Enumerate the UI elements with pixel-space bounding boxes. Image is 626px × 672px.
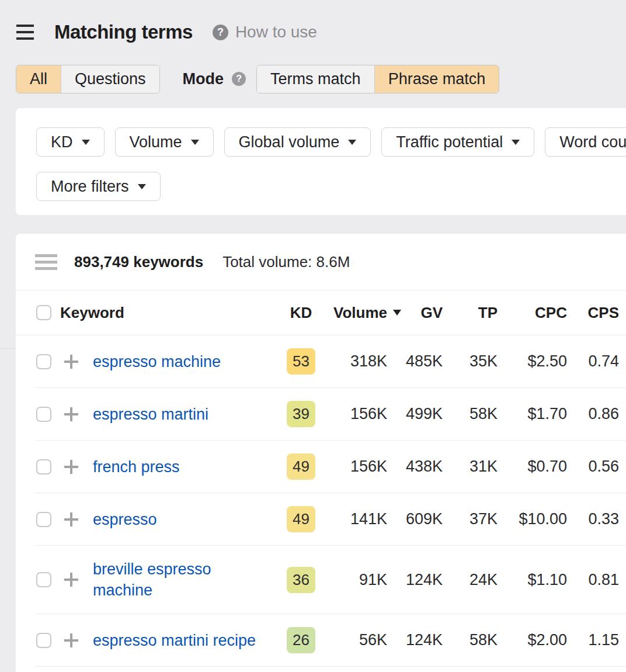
table-header-row: Keyword KD Volume GV TP CPC CPS — [16, 290, 626, 335]
results-summary: 893,749 keywords Total volume: 8.6M — [16, 234, 626, 290]
total-volume: Total volume: 8.6M — [222, 253, 350, 271]
keyword-link[interactable]: french press — [93, 458, 180, 476]
table-row: espresso machine 53 318K 485K 35K $2.50 … — [16, 335, 626, 387]
table-row: crema 61 48K 229K 4.7K $2.00 0.39 — [16, 667, 626, 672]
tab-phrase-match[interactable]: Phrase match — [374, 65, 499, 93]
row-checkbox[interactable] — [36, 407, 51, 422]
help-icon[interactable]: ? — [213, 25, 228, 40]
filter-button-kd[interactable]: KD — [36, 127, 105, 157]
cps-cell: 0.81 — [567, 571, 619, 589]
filter-button-global-volume-label: Global volume — [239, 133, 340, 151]
gv-cell: 124K — [387, 631, 443, 649]
filter-button-volume-label: Volume — [130, 133, 182, 151]
column-header-kd[interactable]: KD — [282, 304, 320, 322]
cps-cell: 0.56 — [567, 458, 619, 476]
column-header-keyword[interactable]: Keyword — [60, 304, 282, 322]
column-header-cps[interactable]: CPS — [567, 304, 619, 322]
gv-cell: 609K — [387, 510, 443, 528]
tp-cell: 35K — [443, 352, 498, 370]
add-keyword-icon[interactable] — [64, 355, 78, 369]
gv-cell: 485K — [387, 352, 443, 370]
keyword-link[interactable]: espresso — [93, 511, 157, 528]
filter-button-word-count-label: Word count — [559, 133, 626, 151]
cps-cell: 1.15 — [567, 631, 619, 649]
cpc-cell: $2.50 — [498, 352, 567, 370]
column-header-tp[interactable]: TP — [443, 304, 498, 322]
filter-button-kd-label: KD — [51, 133, 73, 151]
table-row: breville espresso machine 36 91K 124K 24… — [16, 546, 626, 614]
gv-cell: 124K — [387, 571, 443, 589]
tab-terms-match[interactable]: Terms match — [257, 65, 374, 93]
column-header-gv[interactable]: GV — [387, 304, 443, 322]
tab-questions[interactable]: Questions — [61, 65, 159, 93]
filter-button-traffic-potential[interactable]: Traffic potential — [381, 127, 534, 157]
filter-button-volume[interactable]: Volume — [115, 127, 214, 157]
tp-cell: 58K — [443, 631, 498, 649]
row-checkbox[interactable] — [36, 633, 51, 648]
results-panel: 893,749 keywords Total volume: 8.6M Keyw… — [16, 234, 626, 672]
add-keyword-icon[interactable] — [64, 512, 78, 526]
caret-down-icon — [512, 140, 520, 145]
cpc-cell: $10.00 — [498, 510, 567, 528]
tp-cell: 31K — [443, 458, 498, 476]
page-title: Matching terms — [54, 21, 193, 43]
row-checkbox[interactable] — [36, 512, 51, 527]
kd-badge: 26 — [287, 627, 315, 653]
table-row: espresso martini 39 156K 499K 58K $1.70 … — [16, 388, 626, 440]
mode-label: Mode — [183, 70, 224, 88]
table-row: espresso martini recipe 26 56K 124K 58K … — [16, 614, 626, 666]
tp-cell: 24K — [443, 571, 498, 589]
table-body: espresso machine 53 318K 485K 35K $2.50 … — [16, 335, 626, 672]
caret-down-icon — [82, 140, 90, 145]
menu-icon[interactable] — [16, 25, 34, 40]
filter-button-more-filters[interactable]: More filters — [36, 172, 161, 201]
volume-cell: 91K — [320, 571, 387, 589]
tp-cell: 37K — [443, 510, 498, 528]
keyword-link[interactable]: espresso martini recipe — [93, 632, 256, 649]
mode-tab-group: Terms match Phrase match — [256, 65, 499, 93]
keyword-link[interactable]: breville espresso machine — [93, 560, 211, 599]
keyword-link[interactable]: espresso machine — [93, 353, 221, 370]
cpc-cell: $0.70 — [498, 458, 567, 476]
cpc-cell: $2.00 — [498, 631, 567, 649]
select-all-checkbox[interactable] — [36, 305, 51, 320]
table-row: french press 49 156K 438K 31K $0.70 0.56 — [16, 441, 626, 493]
filter-button-global-volume[interactable]: Global volume — [224, 127, 371, 157]
add-keyword-icon[interactable] — [64, 460, 78, 474]
volume-cell: 56K — [320, 631, 387, 649]
caret-down-icon — [191, 140, 199, 145]
left-margin-divider — [0, 348, 16, 349]
caret-down-icon — [138, 184, 146, 189]
row-checkbox[interactable] — [36, 459, 51, 474]
table-row: espresso 49 141K 609K 37K $10.00 0.33 — [16, 493, 626, 545]
toolbar: All Questions Mode ? Terms match Phrase … — [16, 64, 499, 93]
volume-cell: 156K — [320, 458, 387, 476]
filter-row-1: KD Volume Global volume Traffic potentia… — [36, 127, 626, 157]
row-checkbox[interactable] — [36, 572, 51, 587]
filter-button-word-count[interactable]: Word count — [545, 127, 626, 157]
cpc-cell: $1.10 — [498, 571, 567, 589]
filter-button-traffic-potential-label: Traffic potential — [396, 133, 503, 151]
row-checkbox[interactable] — [36, 354, 51, 369]
cpc-cell: $1.70 — [498, 405, 567, 423]
volume-cell: 156K — [320, 405, 387, 423]
kd-badge: 39 — [287, 401, 315, 427]
scope-tab-group: All Questions — [16, 65, 160, 93]
volume-cell: 141K — [320, 510, 387, 528]
add-keyword-icon[interactable] — [64, 633, 78, 647]
tab-all[interactable]: All — [16, 65, 61, 93]
keyword-link[interactable]: espresso martini — [93, 406, 208, 423]
add-keyword-icon[interactable] — [64, 573, 78, 587]
add-keyword-icon[interactable] — [64, 407, 78, 421]
kd-badge: 49 — [287, 506, 315, 532]
column-header-volume[interactable]: Volume — [320, 304, 387, 322]
help-link[interactable]: How to use — [235, 23, 317, 41]
gv-cell: 438K — [387, 458, 443, 476]
caret-down-icon — [348, 140, 356, 145]
column-header-cpc[interactable]: CPC — [498, 304, 567, 322]
table-menu-icon[interactable] — [35, 254, 57, 270]
mode-help-icon[interactable]: ? — [232, 72, 246, 86]
gv-cell: 499K — [387, 405, 443, 423]
cps-cell: 0.86 — [567, 405, 619, 423]
app-header: Matching terms ? How to use — [0, 0, 626, 64]
